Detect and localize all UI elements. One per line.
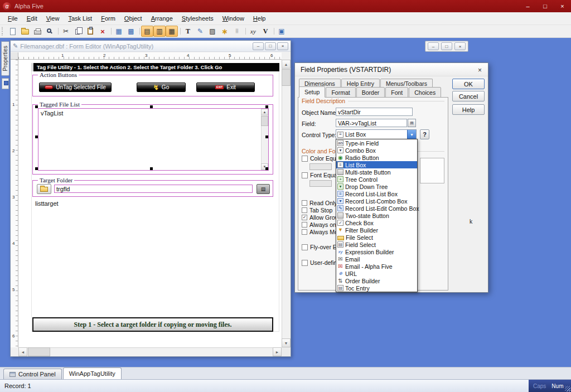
tab-control-panel[interactable]: Control Panel — [3, 369, 62, 379]
selection-handle[interactable] — [265, 105, 268, 108]
scroll-thumb[interactable] — [261, 116, 268, 126]
close-button[interactable]: × — [554, 0, 571, 12]
menu-task-list[interactable]: Task List — [64, 13, 96, 24]
tagged-file-list-group[interactable]: Tagged File List vTagList ▲ ▼ — [32, 104, 273, 175]
cancel-button[interactable]: Cancel — [452, 91, 485, 101]
option-two-state-button[interactable]: Two-state Button — [336, 212, 417, 219]
designed-form-titlebar[interactable]: Tag File Utility - 1. Select the Action … — [31, 63, 279, 71]
menu-help[interactable]: Help — [249, 13, 270, 24]
docked-panel-icon[interactable] — [2, 78, 9, 89]
background-restore-button[interactable]: □ — [441, 42, 452, 50]
checkbox-icon[interactable] — [302, 172, 308, 178]
menu-stylesheets[interactable]: Stylesheets — [177, 13, 218, 24]
option-combo-box[interactable]: ▾ Combo Box — [336, 147, 417, 154]
scroll-up-icon[interactable]: ▲ — [261, 109, 268, 115]
align-grid-toggle[interactable]: ▦ — [166, 26, 178, 37]
paste-button[interactable] — [84, 26, 96, 37]
ok-button[interactable]: OK — [452, 79, 485, 89]
folder-picker-button[interactable] — [37, 184, 51, 194]
child-minimize-button[interactable]: – — [253, 42, 264, 50]
option-file-select[interactable]: File Select — [336, 234, 417, 241]
target-folder-group[interactable]: Target Folder ▤ — [32, 180, 273, 197]
exit-button[interactable]: EXIT Exit — [196, 83, 255, 92]
preview-button[interactable] — [43, 26, 56, 37]
form-editor-titlebar[interactable]: ✎ Filemanager.dbf : Form Editor (WinAppT… — [11, 41, 291, 52]
menu-window[interactable]: Window — [218, 13, 249, 24]
child-maximize-button[interactable]: □ — [265, 42, 276, 50]
combo-dropdown-icon[interactable]: ▼ — [407, 130, 416, 139]
option-record-list-combo-box[interactable]: ▾ Record List-Combo Box — [336, 197, 417, 205]
menu-form[interactable]: Form — [96, 13, 120, 24]
option-type-in-field[interactable]: ab Type-in Field — [336, 139, 417, 147]
layout-button[interactable]: ▦ — [113, 26, 125, 37]
option-url[interactable]: ⊕ URL — [336, 270, 417, 277]
option-record-list-edit-combo-box[interactable]: ✎ Record List-Edit Combo Box — [336, 205, 417, 212]
variables-button[interactable]: V — [259, 26, 272, 37]
selection-handle[interactable] — [35, 167, 38, 170]
editor-horizontal-scrollbar[interactable]: ◄ ► — [18, 347, 282, 356]
scroll-thumb[interactable] — [28, 347, 50, 356]
selection-handle[interactable] — [35, 135, 38, 138]
option-check-box[interactable]: ✓ Check Box — [336, 219, 417, 226]
option-field-select[interactable]: ▤ Field Select — [336, 241, 417, 248]
xy-button[interactable]: xy — [247, 26, 259, 37]
menu-edit[interactable]: Edit — [22, 13, 42, 24]
tab-border[interactable]: Border — [356, 87, 385, 98]
checkbox-icon[interactable] — [302, 156, 308, 162]
copy-button[interactable] — [72, 26, 84, 37]
selection-handle[interactable] — [150, 105, 153, 108]
delete-button[interactable]: × — [96, 26, 109, 37]
layout-2-button[interactable]: ▩ — [125, 26, 137, 37]
dialog-close-icon[interactable]: × — [475, 65, 485, 75]
option-drop-down-tree[interactable]: ▾ Drop Down Tree — [336, 183, 417, 190]
scroll-thumb[interactable] — [282, 69, 291, 86]
cut-button[interactable]: ✂ — [60, 26, 72, 37]
browse-button[interactable]: ▤ — [257, 184, 270, 194]
object-name-field[interactable] — [336, 108, 413, 116]
untag-selected-file-button[interactable]: UnTag Selected File — [39, 83, 112, 92]
checkbox-icon[interactable]: ✓ — [302, 215, 307, 220]
scroll-right-icon[interactable]: ► — [273, 347, 282, 356]
tab-menus-toolbars[interactable]: Menus/Toolbars — [380, 79, 433, 88]
option-radio-button[interactable]: ◉ Radio Button — [336, 154, 417, 161]
question-button[interactable]: ? — [420, 129, 429, 139]
scroll-up-icon[interactable]: ▲ — [282, 60, 291, 69]
option-tree-control[interactable]: + Tree Control — [336, 176, 417, 183]
menu-file[interactable]: File — [3, 13, 22, 24]
control-type-combo[interactable]: ≡ List Box ▼ — [336, 129, 417, 139]
option-expression-builder[interactable]: xy Expression Builder — [336, 248, 417, 255]
snap-to-grid-toggle[interactable]: ▤ — [141, 26, 153, 37]
go-button[interactable]: ↯ Go — [137, 83, 186, 92]
child-close-button[interactable]: × — [277, 42, 288, 50]
properties-side-tab[interactable]: Properties — [1, 41, 9, 76]
option-multi-state-button[interactable]: Multi-state Button — [336, 168, 417, 176]
wand-button[interactable]: ∗ — [219, 26, 231, 37]
option-order-builder[interactable]: ⇅ Order Builder — [336, 277, 417, 284]
menu-object[interactable]: Object — [120, 13, 147, 24]
form-design-canvas[interactable]: Tag File Utility - 1. Select the Action … — [18, 60, 282, 347]
option-email[interactable]: ✉ Email — [336, 255, 417, 263]
option-email-alpha-five[interactable]: ✉ Email - Alpha Five — [336, 263, 417, 270]
tab-font[interactable]: Font — [385, 87, 408, 98]
option-toc-entry[interactable]: ▤ Toc Entry — [336, 284, 417, 292]
help-button[interactable]: Help — [452, 104, 485, 115]
checkbox-icon[interactable] — [302, 200, 307, 206]
menu-arrange[interactable]: Arrange — [147, 13, 177, 24]
selection-handle[interactable] — [150, 167, 153, 170]
action-buttons-group[interactable]: Action Buttons UnTag Selected File ↯ — [32, 75, 273, 96]
tab-winapptagutility[interactable]: WinAppTagUtility — [63, 367, 122, 379]
minimize-button[interactable]: – — [519, 0, 536, 12]
option-filter-builder[interactable]: ▼ Filter Builder — [336, 226, 417, 234]
option-record-list-list-box[interactable]: ≡ Record List-List Box — [336, 190, 417, 197]
pencil-button[interactable]: ✎ — [194, 26, 206, 37]
tag-list-box[interactable]: vTagList ▲ ▼ — [38, 108, 269, 171]
checkbox-icon[interactable] — [302, 244, 308, 250]
dialog-titlebar[interactable]: Field Properties (VSTARTDIR) — [295, 63, 488, 76]
font-button[interactable]: T — [182, 26, 194, 37]
tab-help-entry[interactable]: Help Entry — [341, 79, 380, 88]
field-field[interactable] — [336, 119, 407, 127]
checkbox-icon[interactable] — [302, 222, 307, 228]
menu-view[interactable]: View — [42, 13, 64, 24]
editor-vertical-scrollbar[interactable]: ▲ ▼ — [282, 60, 291, 347]
print-button[interactable] — [31, 26, 43, 37]
